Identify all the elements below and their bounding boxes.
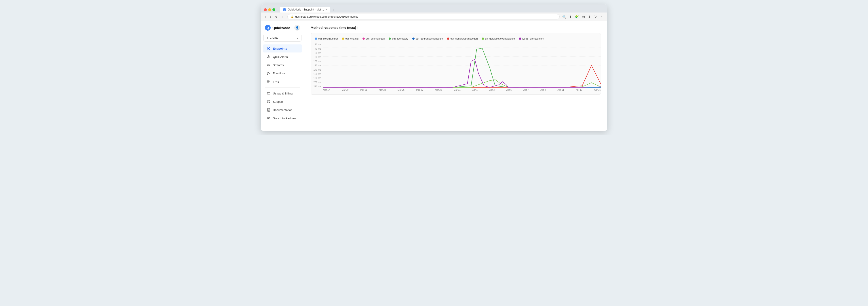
info-icon[interactable]: i — [358, 26, 358, 29]
browser-toolbar: ‹ › ↺ ⊡ 🔒 dashboard.quicknode.com/endpoi… — [261, 12, 607, 21]
legend-label: eth_sendrawtransaction — [450, 37, 477, 40]
plus-icon: + — [267, 36, 269, 39]
y-axis-label: 40 ms — [313, 47, 321, 50]
menu-icon[interactable]: ⋮ — [599, 14, 604, 19]
tab-bar: Q QuickNode - Endpoint - Metr... × + — [280, 7, 604, 12]
main-content: Method response time (max) i eth_blocknu… — [304, 21, 607, 131]
legend-label: eth_estimategas — [366, 37, 384, 40]
sidebar-item-quickalerts[interactable]: QuickAlerts — [262, 53, 302, 61]
chart-line — [323, 80, 601, 88]
new-tab-button[interactable]: + — [330, 8, 336, 12]
legend-label: eth_blocknumber — [318, 37, 338, 40]
legend-item-eth_sendrawtransaction: eth_sendrawtransaction — [447, 37, 477, 40]
share-icon[interactable]: ⬆ — [568, 14, 573, 19]
chart-area: 220 ms200 ms180 ms160 ms140 ms120 ms100 … — [311, 43, 601, 92]
sidebar-item-label: Support — [273, 100, 283, 103]
legend-item-eth_blocknumber: eth_blocknumber — [315, 37, 338, 40]
legend-dot — [315, 37, 317, 40]
browser-toolbar-icons: 🔍 ⬆ 🧩 ▤ ⬇ 🛡 ⋮ — [561, 14, 604, 19]
y-axis-label: 120 ms — [313, 64, 321, 67]
sidebar-divider — [265, 87, 300, 88]
x-axis-label: Apr 3 — [489, 89, 495, 92]
legend-dot — [363, 37, 365, 40]
address-bar[interactable]: 🔒 dashboard.quicknode.com/endpoints/2650… — [287, 14, 560, 20]
sidebar-logo: Q QuickNode 👤 — [261, 24, 304, 34]
sidebar-item-documentation[interactable]: Documentation — [262, 106, 302, 114]
legend-label: web3_clientversion — [522, 37, 544, 40]
chevron-down-icon: ⌄ — [296, 36, 299, 39]
x-axis-label: Mar 25 — [398, 89, 404, 92]
x-axis-label: Mar 17 — [323, 89, 330, 92]
sidebar-item-endpoints[interactable]: Endpoints — [262, 44, 302, 53]
sidebar-item-streams[interactable]: Streams — [262, 61, 302, 69]
x-axis-label: Apr 15 — [594, 89, 600, 92]
svg-point-3 — [269, 58, 269, 58]
support-icon — [267, 100, 271, 104]
switch-to-partners-icon — [267, 116, 271, 120]
legend-dot — [342, 37, 344, 40]
extensions-icon[interactable]: 🧩 — [574, 14, 580, 19]
legend-item-qn_getwallettokenbalance: qn_getwallettokenbalance — [482, 37, 515, 40]
logo-text: QuickNode — [272, 26, 290, 30]
chart-line — [323, 65, 601, 87]
x-axis-label: Apr 5 — [506, 89, 512, 92]
chart-plot: Mar 17Mar 19Mar 21Mar 23Mar 25Mar 27Mar … — [323, 43, 601, 92]
tab-close-button[interactable]: × — [326, 8, 327, 11]
sidebar-item-usage-billing[interactable]: Usage & Billing — [262, 89, 302, 97]
sidebar-item-ipfs[interactable]: IPFS — [262, 77, 302, 86]
documentation-icon — [267, 108, 271, 112]
close-window-button[interactable] — [264, 8, 267, 11]
y-axis-label: 100 ms — [313, 60, 321, 63]
x-axis-label: Apr 11 — [558, 89, 564, 92]
downloads-icon[interactable]: ⬇ — [587, 14, 592, 19]
chart-container: eth_blocknumbereth_chainideth_estimatega… — [311, 33, 601, 95]
legend-dot — [412, 37, 414, 40]
endpoints-icon — [267, 46, 271, 50]
maximize-window-button[interactable] — [272, 8, 275, 11]
search-icon[interactable]: 🔍 — [561, 14, 567, 19]
tab-favicon: Q — [283, 8, 286, 11]
bookmark-button[interactable]: ⊡ — [281, 14, 286, 19]
browser-titlebar: Q QuickNode - Endpoint - Metr... × + — [261, 4, 607, 12]
vpn-icon[interactable]: 🛡 — [593, 14, 598, 19]
sidebar-item-functions[interactable]: Functions — [262, 69, 302, 77]
usage-billing-icon — [267, 91, 271, 95]
legend-item-eth_feehistory: eth_feehistory — [389, 37, 408, 40]
legend-dot — [519, 37, 521, 40]
create-button[interactable]: + Create ⌄ — [264, 34, 302, 41]
x-axis-label: Apr 1 — [472, 89, 477, 92]
legend-label: eth_feehistory — [392, 37, 408, 40]
sidebar-toggle-icon[interactable]: ▤ — [581, 14, 586, 19]
app-body: Q QuickNode 👤 + Create ⌄ — [261, 21, 607, 131]
legend-item-eth_chainid: eth_chainid — [342, 37, 359, 40]
legend-label: eth_chainid — [345, 37, 359, 40]
y-axis-label: 200 ms — [313, 81, 321, 83]
sidebar-item-label: Switch to Partners — [273, 116, 297, 120]
x-axis-label: Mar 31 — [454, 89, 461, 92]
y-axis-label: 160 ms — [313, 73, 321, 75]
user-avatar[interactable]: 👤 — [294, 25, 300, 31]
sidebar-item-switch-to-partners[interactable]: Switch to Partners — [262, 114, 302, 122]
y-axis-label: 140 ms — [313, 68, 321, 71]
x-axis-label: Apr 9 — [540, 89, 546, 92]
sidebar-item-label: Functions — [273, 72, 285, 75]
sidebar: Q QuickNode 👤 + Create ⌄ — [261, 21, 304, 131]
x-axis-label: Mar 23 — [379, 89, 386, 92]
active-browser-tab[interactable]: Q QuickNode - Endpoint - Metr... × — [280, 7, 330, 12]
streams-icon — [267, 63, 271, 67]
x-axis-label: Mar 21 — [360, 89, 367, 92]
sidebar-item-support[interactable]: Support — [262, 98, 302, 106]
forward-button[interactable]: › — [269, 14, 272, 19]
x-axis-label: Apr 13 — [576, 89, 582, 92]
chart-legend: eth_blocknumbereth_chainideth_estimatega… — [311, 37, 601, 43]
y-axis: 220 ms200 ms180 ms160 ms140 ms120 ms100 … — [311, 43, 323, 92]
sidebar-item-label: IPFS — [273, 80, 279, 83]
y-axis-label: 220 ms — [313, 85, 321, 88]
chart-svg — [323, 43, 601, 88]
svg-point-20 — [267, 117, 269, 119]
back-button[interactable]: ‹ — [264, 14, 267, 19]
ipfs-icon — [267, 79, 271, 83]
refresh-button[interactable]: ↺ — [274, 14, 279, 19]
minimize-window-button[interactable] — [268, 8, 271, 11]
chart-line — [323, 48, 601, 87]
